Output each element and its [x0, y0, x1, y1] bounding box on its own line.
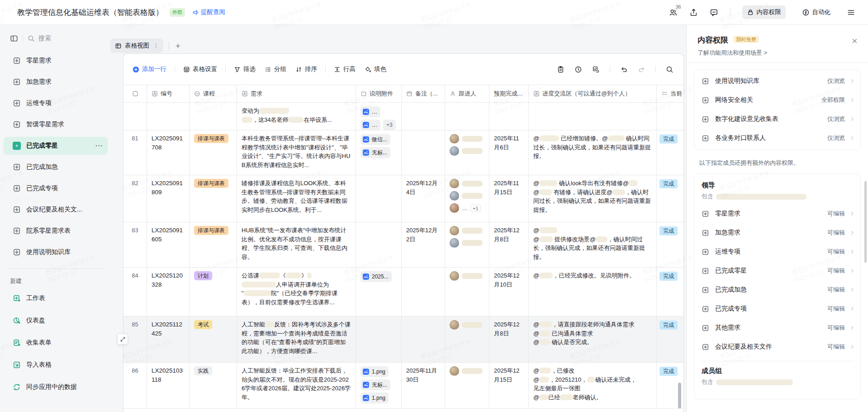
cell-course[interactable]: 排课与课表: [190, 175, 237, 222]
cell-follower[interactable]: [445, 222, 489, 267]
cell-attach[interactable]: 1.png无标...1.png: [356, 363, 402, 408]
column-header-说明附件[interactable]: 说明附件: [356, 85, 402, 102]
cell-id[interactable]: LX2025091708: [147, 130, 190, 175]
sidebar-item-已完成加急[interactable]: 已完成加急: [4, 158, 108, 176]
cell-attach[interactable]: ……+3: [356, 103, 402, 130]
cell-progress[interactable]: @，已修改@，20251210，确认还未完成，见左侧最后一张图@已经老师确认。: [529, 363, 657, 408]
column-header-备注（...[interactable]: 备注（...: [402, 85, 445, 102]
cell-attach[interactable]: [356, 175, 402, 222]
attachment-chip[interactable]: 无标...: [360, 379, 390, 390]
cell-status[interactable]: 完成: [657, 268, 684, 316]
cell-due[interactable]: 2025年12月15日: [489, 363, 529, 408]
cell-demand[interactable]: 人工智能反馈：毕业工作安排表下载后，抬头的届次不对。现在的应该是2025-202…: [237, 363, 356, 408]
history-icon[interactable]: [574, 66, 582, 73]
permission-item-各业务对口联系人[interactable]: 各业务对口联系人仅浏览: [700, 129, 855, 148]
permission-item-运维专项[interactable]: 运维专项可编辑: [700, 242, 855, 261]
paste-icon[interactable]: [557, 66, 564, 73]
column-header-编号[interactable]: 编号: [147, 85, 190, 102]
batch-edit-icon[interactable]: [592, 66, 600, 73]
cell-progress[interactable]: @ 确认look导出有没有辅修@@ 有辅修，请确认进度@，确认时间过长，强制确认…: [529, 175, 657, 222]
cell-demand[interactable]: 辅修排课及课程信息与LOOK系统、本科生教务管理系统--排课管理有关数据未同步。…: [237, 175, 356, 222]
filter-button[interactable]: 筛选: [229, 62, 260, 76]
permission-item-已完成零星[interactable]: 已完成零星可编辑: [700, 261, 855, 280]
permission-item-网络安全相关[interactable]: 网络安全相关全部权限: [700, 91, 855, 110]
sidebar-item-加急需求[interactable]: 加急需求: [4, 73, 108, 91]
sidebar-item-已完成专项[interactable]: 已完成专项: [4, 179, 108, 197]
row-number[interactable]: 81: [123, 130, 147, 175]
cell-status[interactable]: 完成: [657, 175, 684, 222]
cell-course[interactable]: 排课与课表: [190, 130, 237, 175]
row-height-button[interactable]: 行高: [329, 62, 360, 76]
column-header-预期完成...[interactable]: 预期完成...: [489, 85, 529, 102]
cell-follower[interactable]: [445, 103, 489, 130]
new-item-收集表单[interactable]: 收集表单: [4, 334, 108, 352]
add-view-button[interactable]: [175, 43, 181, 49]
cell-progress[interactable]: @，已经完成修改。见说明附件。: [529, 268, 657, 316]
cell-follower[interactable]: [445, 268, 489, 316]
new-item-同步应用中的数据[interactable]: 同步应用中的数据: [4, 378, 108, 396]
redo-icon[interactable]: [638, 66, 645, 73]
permission-item-加急需求[interactable]: 加急需求可编辑: [700, 223, 855, 242]
cell-remark[interactable]: 2025年12月2日: [402, 222, 445, 267]
remind-review-link[interactable]: 提醒查阅: [192, 8, 225, 16]
row-number[interactable]: 82: [123, 175, 147, 222]
column-header-进度交流区（可以通过@到个人）[interactable]: 进度交流区（可以通过@到个人）: [529, 85, 657, 102]
close-panel-button[interactable]: [851, 38, 858, 44]
cell-demand[interactable]: 人工智能反馈：因补考考试涉及多个课程，需要增加一个查询补考成绩是否激活的功能（可…: [237, 316, 356, 362]
cell-demand[interactable]: 本科生教务管理系统--排课管理--本科生课程教学情况统计表中增加"课程设计"、"…: [237, 130, 356, 175]
cell-id[interactable]: LX2025091605: [147, 222, 190, 267]
cell-status[interactable]: 完成: [657, 316, 684, 362]
attachment-chip[interactable]: 微信...: [360, 134, 390, 145]
cell-due[interactable]: 2025年11月6日: [489, 130, 529, 175]
cell-follower[interactable]: [445, 363, 489, 408]
cell-status[interactable]: 完成: [657, 130, 684, 175]
menu-button[interactable]: [847, 8, 855, 17]
sidebar-item-零星需求[interactable]: 零星需求: [4, 52, 108, 70]
sidebar-item-运维专项[interactable]: 运维专项: [4, 94, 108, 112]
row-number[interactable]: 83: [123, 222, 147, 267]
cell-id[interactable]: LX2025120328: [147, 268, 190, 316]
column-header-跟进人[interactable]: 跟进人: [445, 85, 489, 102]
cell-status[interactable]: [657, 103, 684, 130]
sidebar-item-会议纪要及相关文...[interactable]: 会议纪要及相关文...: [4, 201, 108, 219]
cell-id[interactable]: LX2025091809: [147, 175, 190, 222]
column-header-需求[interactable]: 需求: [237, 85, 356, 102]
collaborators-button[interactable]: 36: [669, 8, 678, 17]
cell-remark[interactable]: [402, 103, 445, 130]
attachment-chip[interactable]: 2025...: [360, 271, 392, 282]
panel-scrollbar[interactable]: [864, 181, 867, 263]
content-permission-button[interactable]: 内容权限: [742, 5, 786, 19]
table-settings-button[interactable]: 表格设置: [179, 62, 222, 76]
cell-id[interactable]: [147, 103, 190, 130]
permission-item-会议纪要及相关文件[interactable]: 会议纪要及相关文件可编辑: [700, 337, 855, 356]
cell-due[interactable]: [489, 103, 529, 130]
sidebar-item-院系零星需求表[interactable]: 院系零星需求表: [4, 222, 108, 240]
sidebar-item-已完成零星[interactable]: 已完成零星···: [4, 137, 108, 155]
new-item-仪表盘[interactable]: 仪表盘: [4, 311, 108, 330]
automation-button[interactable]: 自动化: [797, 5, 835, 19]
cell-due[interactable]: 2025年12月8日: [489, 316, 529, 362]
cell-due[interactable]: 2025年11月15日: [489, 175, 529, 222]
cell-demand[interactable]: HUB系统"统一发布课表"中增加发布统计比例。优化发布不成功信息，按开课课程、学…: [237, 222, 356, 267]
cell-status[interactable]: 完成: [657, 222, 684, 267]
new-item-导入表格[interactable]: 导入表格: [4, 356, 108, 374]
attachment-more-chip[interactable]: +3: [383, 120, 396, 130]
cell-remark[interactable]: 2025年12月4日: [402, 175, 445, 222]
comment-button[interactable]: [710, 8, 718, 17]
sidebar-item-使用说明知识库[interactable]: 使用说明知识库: [4, 243, 108, 261]
attachment-chip[interactable]: …: [360, 106, 380, 117]
cell-demand[interactable]: 变动为，这34名老师在毕设系...: [237, 103, 356, 130]
table-search-icon[interactable]: [666, 66, 674, 73]
column-header-当前[interactable]: 当前: [657, 85, 684, 102]
cell-course[interactable]: [190, 103, 237, 130]
sort-button[interactable]: 排序: [291, 62, 322, 76]
cell-attach[interactable]: [356, 222, 402, 267]
cell-id[interactable]: LX2025103118: [147, 363, 190, 408]
attachment-chip[interactable]: 1.png: [360, 366, 389, 377]
new-item-工作表[interactable]: 工作表: [4, 289, 108, 307]
cell-progress[interactable]: @@ 提供修改场景@，确认时间过长，强制确认完成，如果还有问题请重新提报。: [529, 222, 657, 267]
add-row-button[interactable]: 添加一行: [128, 62, 171, 76]
attachment-chip[interactable]: 无标...: [360, 147, 390, 158]
permission-item-已完成加急[interactable]: 已完成加急可编辑: [700, 280, 855, 299]
cell-due[interactable]: 2025年12月8日: [489, 222, 529, 267]
